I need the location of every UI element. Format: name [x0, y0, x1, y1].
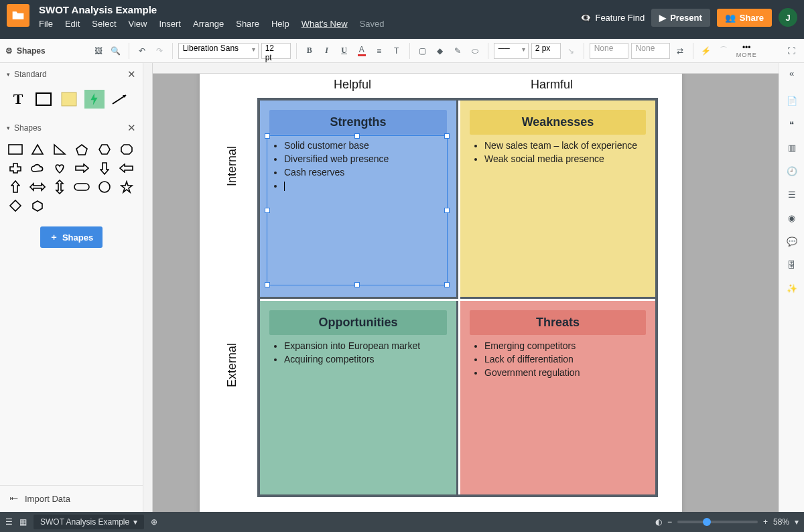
shape-triangle[interactable] — [29, 142, 46, 157]
shape-diamond[interactable] — [7, 198, 24, 213]
shapes-section-header[interactable]: ▾ Shapes ✕ — [0, 117, 143, 139]
text-tool[interactable]: T — [8, 90, 28, 109]
redo-button[interactable]: ↷ — [152, 44, 167, 58]
shape-octagon[interactable] — [118, 142, 135, 157]
strengths-list[interactable]: Solid customer base Diversified web pres… — [269, 140, 447, 191]
menu-insert[interactable]: Insert — [159, 19, 181, 29]
standard-section-header[interactable]: ▾ Standard ✕ — [0, 63, 143, 86]
canvas[interactable]: Helpful Harmful Internal External Streng… — [143, 63, 779, 512]
history-icon[interactable]: 🕘 — [787, 166, 797, 176]
text-style-button[interactable]: T — [389, 44, 404, 58]
list-item-cursor[interactable] — [284, 180, 447, 191]
shape-hexagon[interactable] — [96, 142, 113, 157]
swap-icon[interactable]: ⇄ — [673, 44, 687, 58]
document-title[interactable]: SWOT Analysis Example — [39, 4, 385, 15]
comment-icon[interactable]: ❝ — [789, 119, 794, 129]
menu-file[interactable]: File — [39, 19, 53, 29]
shapes-toggle[interactable]: ⚙Shapes — [5, 46, 46, 56]
menu-edit[interactable]: Edit — [65, 19, 80, 29]
line-tool[interactable] — [110, 90, 130, 109]
block-shape[interactable] — [34, 90, 54, 109]
strengths-cell[interactable]: Strengths Solid customer base Diversifie… — [260, 101, 458, 299]
align-button[interactable]: ≡ — [372, 44, 387, 58]
close-icon[interactable]: ✕ — [127, 68, 136, 80]
italic-button[interactable]: I — [320, 44, 334, 58]
menu-arrange[interactable]: Arrange — [193, 19, 224, 29]
shape-options-button[interactable]: ⬭ — [468, 44, 482, 58]
import-data-button[interactable]: ⭰ Import Data — [0, 485, 143, 512]
underline-button[interactable]: U — [337, 44, 352, 58]
chevron-down-icon[interactable]: ▾ — [795, 517, 799, 527]
opportunities-cell[interactable]: Opportunities Expansion into European ma… — [260, 301, 458, 494]
magnet-icon[interactable]: ⌒ — [716, 44, 731, 58]
menu-view[interactable]: View — [129, 19, 147, 29]
sparkle-icon[interactable]: ✨ — [787, 283, 797, 293]
shape-cross[interactable] — [7, 161, 24, 176]
zoom-out-button[interactable]: − — [667, 517, 672, 527]
shape-cloud[interactable] — [29, 161, 46, 176]
shape-circle[interactable] — [96, 180, 113, 194]
grid-view-icon[interactable]: ▦ — [19, 517, 27, 527]
present-button[interactable]: ▶ Present — [651, 9, 710, 27]
user-avatar[interactable]: J — [779, 8, 797, 27]
line-end-button[interactable]: ↘ — [563, 44, 578, 58]
menu-select[interactable]: Select — [92, 19, 116, 29]
share-button[interactable]: 👥 Share — [717, 9, 772, 27]
feature-find-button[interactable]: 👁‍🗨 Feature Find — [580, 13, 645, 23]
font-size-select[interactable]: 12 pt — [261, 43, 291, 59]
note-shape[interactable] — [59, 90, 79, 109]
menu-help[interactable]: Help — [271, 19, 289, 29]
shape-heart[interactable] — [51, 161, 68, 176]
presentation-icon[interactable]: ▥ — [788, 143, 796, 153]
threats-cell[interactable]: Threats Emerging competitors Lack of dif… — [460, 301, 655, 494]
font-family-select[interactable]: Liberation Sans — [178, 43, 259, 59]
shape-right-triangle[interactable] — [51, 142, 68, 157]
bolt-icon[interactable]: ⚡ — [699, 44, 714, 58]
shape-pill[interactable] — [73, 180, 90, 194]
zoom-level[interactable]: 58% — [773, 517, 789, 527]
image-icon[interactable]: 🖼 — [91, 44, 106, 58]
doc-icon[interactable] — [7, 4, 29, 27]
collapse-icon[interactable]: « — [789, 68, 794, 78]
line-style-select[interactable]: ── — [494, 43, 529, 59]
shape-rectangle[interactable] — [7, 142, 24, 157]
shape-arrow-right[interactable] — [73, 161, 90, 176]
list-view-icon[interactable]: ☰ — [5, 517, 13, 527]
data-icon[interactable]: 🗄 — [787, 260, 796, 270]
zoom-slider[interactable] — [677, 521, 758, 523]
shape-arrow-up[interactable] — [7, 180, 24, 194]
menu-share[interactable]: Share — [236, 19, 259, 29]
sheet-tab[interactable]: SWOT Analysis Example▾ — [34, 515, 144, 529]
fill-button[interactable]: ▢ — [415, 44, 430, 58]
page-icon[interactable]: 📄 — [787, 96, 797, 106]
fullscreen-icon[interactable]: ⛶ — [784, 44, 799, 58]
line-color-button[interactable]: ✎ — [450, 44, 465, 58]
shape-polygon[interactable] — [29, 198, 46, 213]
text-color-button[interactable]: A — [354, 44, 369, 58]
add-sheet-button[interactable]: ⊕ — [151, 517, 157, 527]
zoom-slider-knob[interactable] — [703, 518, 711, 526]
drop-icon[interactable]: ◉ — [788, 213, 795, 223]
more-button[interactable]: •••MORE — [736, 43, 757, 58]
swot-grid[interactable]: Strengths Solid customer base Diversifie… — [257, 98, 658, 497]
undo-button[interactable]: ↶ — [135, 44, 149, 58]
zoom-in-button[interactable]: + — [763, 517, 768, 527]
line-width-select[interactable]: 2 px — [531, 43, 561, 59]
close-icon[interactable]: ✕ — [127, 122, 136, 134]
search-icon[interactable]: 🔍 — [109, 44, 123, 58]
menu-whats-new[interactable]: What's New — [302, 19, 348, 29]
chat-icon[interactable]: 💬 — [787, 237, 797, 247]
shape-star[interactable] — [118, 180, 135, 194]
contrast-icon[interactable]: ◐ — [655, 517, 662, 527]
bucket-icon[interactable]: ◆ — [433, 44, 448, 58]
page[interactable]: Helpful Harmful Internal External Streng… — [200, 74, 682, 512]
shape-arrow-both-h[interactable] — [29, 180, 46, 194]
hotspot-shape[interactable] — [84, 90, 105, 109]
add-shapes-button[interactable]: ＋Shapes — [40, 226, 103, 248]
shape-arrow-both-v[interactable] — [51, 180, 68, 194]
shape-arrow-left[interactable] — [118, 161, 135, 176]
weaknesses-cell[interactable]: Weaknesses New sales team – lack of expe… — [460, 101, 655, 299]
shape-arrow-down[interactable] — [96, 161, 113, 176]
layers-icon[interactable]: ☰ — [788, 190, 796, 200]
shape-pentagon[interactable] — [73, 142, 90, 157]
